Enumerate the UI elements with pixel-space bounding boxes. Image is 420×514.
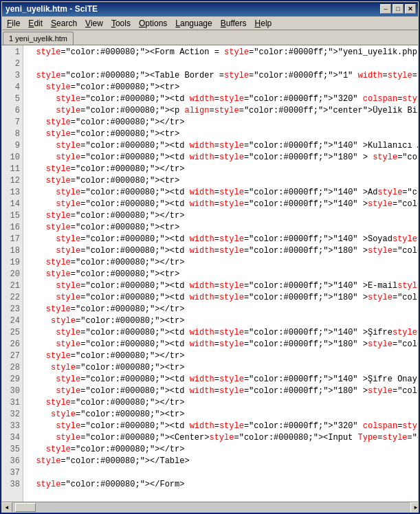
line-number: 6	[1, 105, 23, 117]
line-number: 7	[1, 117, 23, 128]
line-number: 20	[1, 269, 23, 280]
tab-bar: 1 yeni_uyelik.htm	[1, 30, 419, 45]
main-window: yeni_uyelik.htm - SciTE – □ ✕ File Edit …	[0, 0, 420, 514]
code-line: style="color:#000080;"></tr>	[26, 304, 416, 315]
line-number: 10	[1, 152, 23, 164]
tab-file[interactable]: 1 yeni_uyelik.htm	[3, 32, 74, 45]
line-number: 4	[1, 82, 23, 93]
code-line: style="color:#000080;"><tr>	[26, 222, 416, 234]
code-line: style="color:#000080;"></tr>	[26, 257, 416, 269]
line-number: 30	[1, 386, 23, 397]
code-line: style="color:#000080;"><td width=style="…	[26, 187, 416, 199]
line-number: 37	[1, 467, 23, 479]
line-number: 28	[1, 362, 23, 374]
menu-bar: File Edit Search View Tools Options Lang…	[1, 16, 419, 30]
line-number: 17	[1, 234, 23, 245]
title-bar-buttons: – □ ✕	[380, 4, 416, 14]
line-number: 12	[1, 175, 23, 187]
line-number: 14	[1, 199, 23, 210]
line-number: 3	[1, 70, 23, 82]
code-line: style="color:#000080;"><tr>	[26, 409, 416, 421]
line-number: 32	[1, 409, 23, 421]
code-line: style="color:#000080;"><p align=style="c…	[26, 105, 416, 117]
line-number: 1	[1, 47, 23, 58]
code-line: style="color:#000080;"><tr>	[26, 82, 416, 93]
line-number: 8	[1, 128, 23, 140]
line-numbers: 1234567891011121314151617181920212223242…	[1, 45, 23, 502]
code-line: style="color:#000080;"><Table Border =st…	[26, 70, 416, 82]
line-number: 38	[1, 479, 23, 491]
menu-search[interactable]: Search	[47, 17, 81, 30]
code-line: style="color:#000080;"><Form Action = st…	[26, 47, 416, 58]
code-line: style="color:#000080;"><td width=style="…	[26, 199, 416, 210]
menu-view[interactable]: View	[81, 17, 107, 30]
code-line: style="color:#000080;"><td width=style="…	[26, 421, 416, 432]
code-line: style="color:#000080;"><tr>	[26, 362, 416, 374]
title-bar: yeni_uyelik.htm - SciTE – □ ✕	[1, 1, 419, 16]
line-number: 29	[1, 374, 23, 386]
menu-buffers[interactable]: Buffers	[217, 17, 251, 30]
code-line: style="color:#000080;"><Center>style="co…	[26, 432, 416, 444]
code-line: style="color:#000080;"><td width=style="…	[26, 339, 416, 350]
code-line: style="color:#000080;"><td width=style="…	[26, 280, 416, 292]
maximize-button[interactable]: □	[393, 4, 404, 14]
menu-tools[interactable]: Tools	[107, 17, 135, 30]
code-line: style="color:#000080;"></tr>	[26, 397, 416, 409]
line-number: 23	[1, 304, 23, 315]
scrollbar-bottom: ◄ ►	[1, 502, 420, 513]
line-number: 15	[1, 210, 23, 222]
code-area[interactable]: style="color:#000080;"><Form Action = st…	[23, 45, 419, 502]
scroll-right-arrow[interactable]: ►	[410, 502, 420, 513]
editor: 1234567891011121314151617181920212223242…	[1, 45, 419, 502]
close-button[interactable]: ✕	[405, 4, 416, 14]
code-line: style="color:#000080;"><td width=style="…	[26, 245, 416, 257]
scroll-left-arrow[interactable]: ◄	[1, 502, 12, 513]
line-number: 2	[1, 58, 23, 70]
menu-language[interactable]: Language	[171, 17, 216, 30]
line-number: 26	[1, 339, 23, 350]
code-line: style="color:#000080;"><tr>	[26, 269, 416, 280]
line-number: 22	[1, 292, 23, 304]
code-line: style="color:#000080;"><tr>	[26, 175, 416, 187]
line-number: 25	[1, 327, 23, 339]
line-number: 13	[1, 187, 23, 199]
menu-options[interactable]: Options	[135, 17, 171, 30]
code-line: style="color:#000080;"><td width=style="…	[26, 374, 416, 386]
line-number: 24	[1, 315, 23, 327]
scroll-thumb[interactable]	[15, 503, 36, 512]
line-number: 19	[1, 257, 23, 269]
code-line: style="color:#000080;"><td width=style="…	[26, 292, 416, 304]
code-line: style="color:#000080;"><td width=style="…	[26, 386, 416, 397]
line-number: 5	[1, 93, 23, 105]
code-line: style="color:#000080;"><td width=style="…	[26, 327, 416, 339]
code-line	[26, 58, 416, 70]
code-line: style="color:#000080;"></Form>	[26, 479, 416, 491]
code-line: style="color:#000080;"></tr>	[26, 117, 416, 128]
code-line: style="color:#000080;"><tr>	[26, 315, 416, 327]
code-line: style="color:#000080;"><td width=style="…	[26, 234, 416, 245]
code-line: style="color:#000080;"><td width=style="…	[26, 152, 416, 164]
code-line: style="color:#000080;"><td width=style="…	[26, 140, 416, 152]
code-line: style="color:#000080;"></Table>	[26, 456, 416, 467]
code-line	[26, 467, 416, 479]
code-line: style="color:#000080;"></tr>	[26, 444, 416, 456]
code-line: style="color:#000080;"></tr>	[26, 210, 416, 222]
scroll-track[interactable]	[12, 502, 410, 513]
menu-help[interactable]: Help	[251, 17, 276, 30]
title-bar-text: yeni_uyelik.htm - SciTE	[5, 4, 98, 14]
line-number: 36	[1, 456, 23, 467]
code-line: style="color:#000080;"><tr>	[26, 128, 416, 140]
line-number: 11	[1, 164, 23, 175]
line-number: 31	[1, 397, 23, 409]
minimize-button[interactable]: –	[380, 4, 391, 14]
line-number: 16	[1, 222, 23, 234]
menu-file[interactable]: File	[3, 17, 24, 30]
line-number: 33	[1, 421, 23, 432]
line-number: 21	[1, 280, 23, 292]
line-number: 34	[1, 432, 23, 444]
code-line: style="color:#000080;"><td width=style="…	[26, 93, 416, 105]
code-line: style="color:#000080;"></tr>	[26, 164, 416, 175]
code-line: style="color:#000080;"></tr>	[26, 350, 416, 362]
menu-edit[interactable]: Edit	[24, 17, 47, 30]
line-number: 35	[1, 444, 23, 456]
